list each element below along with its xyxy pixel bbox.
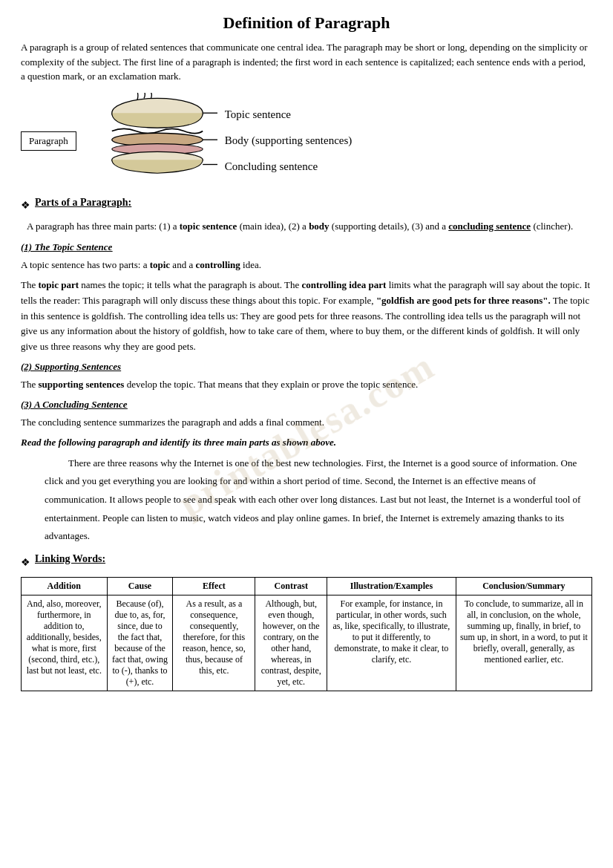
diamond-bullet-1: ❖ bbox=[21, 199, 30, 212]
read-instruction: Read the following paragraph and identif… bbox=[21, 437, 592, 448]
example-paragraph-text: There are three reasons why the Internet… bbox=[45, 454, 592, 546]
linking-words-table: Addition Cause Effect Contrast Illustrat… bbox=[21, 577, 592, 691]
linking-header-row: ❖ Linking Words: bbox=[21, 553, 592, 571]
cell-effect: As a result, as a consequence, consequen… bbox=[173, 595, 255, 691]
topic-heading: (1) The Topic Sentence bbox=[21, 241, 592, 253]
example-paragraph: There are three reasons why the Internet… bbox=[21, 454, 592, 546]
supporting-section: (2) Supporting Sentences The supporting … bbox=[21, 361, 592, 393]
col-header-contrast: Contrast bbox=[255, 578, 327, 595]
page-title: Definition of Paragraph bbox=[21, 13, 592, 33]
col-header-cause: Cause bbox=[107, 578, 173, 595]
linking-header: Linking Words: bbox=[35, 553, 105, 565]
col-header-conclusion: Conclusion/Summary bbox=[456, 578, 591, 595]
topic-sentence-label: Topic sentence bbox=[225, 108, 353, 121]
concluding-heading: (3) A Concluding Sentence bbox=[21, 399, 592, 411]
supporting-text: The supporting sentences develop the top… bbox=[21, 377, 592, 393]
col-header-effect: Effect bbox=[173, 578, 255, 595]
col-header-addition: Addition bbox=[22, 578, 108, 595]
parts-header: Parts of a Paragraph: bbox=[35, 197, 131, 209]
table-header-row: Addition Cause Effect Contrast Illustrat… bbox=[22, 578, 592, 595]
topic-line1: A topic sentence has two parts: a topic … bbox=[21, 258, 592, 273]
cell-illustration: For example, for instance, in particular… bbox=[327, 595, 456, 691]
diagram-labels: Topic sentence Body (supporting sentence… bbox=[225, 108, 353, 173]
cell-cause: Because (of), due to, as, for, since, du… bbox=[107, 595, 173, 691]
col-header-illustration: Illustration/Examples bbox=[327, 578, 456, 595]
parts-section: ❖ Parts of a Paragraph: A paragraph has … bbox=[21, 197, 592, 235]
cell-addition: And, also, moreover, furthermore, in add… bbox=[22, 595, 108, 691]
parts-intro: A paragraph has three main parts: (1) a … bbox=[21, 219, 592, 235]
intro-text: A paragraph is a group of related senten… bbox=[21, 40, 592, 84]
parts-header-row: ❖ Parts of a Paragraph: bbox=[21, 197, 592, 215]
table-row: And, also, moreover, furthermore, in add… bbox=[22, 595, 592, 691]
cell-conclusion: To conclude, to summarize, all in all, i… bbox=[456, 595, 591, 691]
body-sentence-label: Body (supporting sentences) bbox=[225, 134, 353, 147]
concluding-section: (3) A Concluding Sentence The concluding… bbox=[21, 399, 592, 431]
concluding-text: The concluding sentence summarizes the p… bbox=[21, 415, 592, 431]
burger-diagram bbox=[84, 93, 217, 189]
diagram-section: Paragraph Topic sentence bbox=[21, 93, 592, 189]
supporting-heading: (2) Supporting Sentences bbox=[21, 361, 592, 373]
paragraph-label: Paragraph bbox=[21, 131, 76, 151]
cell-contrast: Although, but, even though, however, on … bbox=[255, 595, 327, 691]
concluding-sentence-label: Concluding sentence bbox=[225, 160, 353, 173]
diamond-bullet-2: ❖ bbox=[21, 556, 30, 569]
topic-section: (1) The Topic Sentence A topic sentence … bbox=[21, 241, 592, 355]
topic-line2: The topic part names the topic; it tells… bbox=[21, 278, 592, 355]
